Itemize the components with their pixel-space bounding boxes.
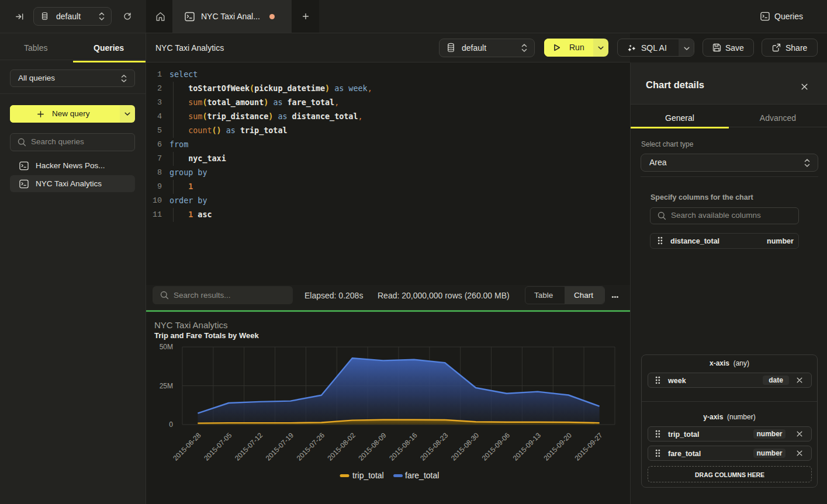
svg-text:2015-09-13: 2015-09-13 (511, 431, 543, 463)
svg-text:0: 0 (169, 420, 173, 429)
svg-text:2015-08-16: 2015-08-16 (387, 431, 419, 463)
svg-text:2015-09-20: 2015-09-20 (542, 431, 574, 463)
svg-text:2015-07-19: 2015-07-19 (264, 431, 296, 463)
svg-text:fare_total: fare_total (405, 471, 439, 480)
svg-text:2015-08-02: 2015-08-02 (326, 431, 358, 463)
svg-text:2015-07-05: 2015-07-05 (202, 431, 234, 463)
svg-text:2015-07-26: 2015-07-26 (295, 431, 327, 463)
svg-text:trip_total: trip_total (352, 471, 384, 480)
svg-text:2015-08-30: 2015-08-30 (449, 431, 481, 463)
svg-text:2015-08-23: 2015-08-23 (418, 431, 450, 463)
svg-text:2015-09-06: 2015-09-06 (480, 431, 512, 463)
svg-text:2015-07-12: 2015-07-12 (233, 431, 265, 463)
svg-text:50M: 50M (160, 343, 173, 351)
svg-text:25M: 25M (160, 382, 173, 390)
svg-text:2015-08-09: 2015-08-09 (357, 431, 388, 463)
svg-text:2015-06-28: 2015-06-28 (171, 431, 203, 463)
svg-text:2015-09-27: 2015-09-27 (573, 431, 604, 463)
